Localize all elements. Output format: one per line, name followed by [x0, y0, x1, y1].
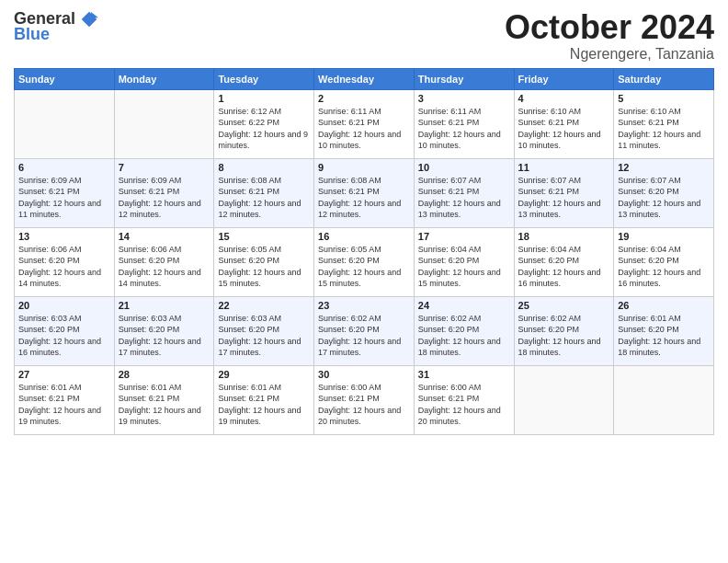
cell-w1-d2	[114, 89, 214, 158]
cell-w3-d6: 18Sunrise: 6:04 AMSunset: 6:20 PMDayligh…	[514, 227, 614, 296]
day-info: Sunrise: 6:11 AMSunset: 6:21 PMDaylight:…	[418, 107, 501, 151]
cell-w5-d7	[614, 365, 714, 434]
day-info: Sunrise: 6:02 AMSunset: 6:20 PMDaylight:…	[418, 314, 501, 358]
col-monday: Monday	[114, 68, 214, 89]
cell-w4-d2: 21Sunrise: 6:03 AMSunset: 6:20 PMDayligh…	[114, 296, 214, 365]
cell-w2-d7: 12Sunrise: 6:07 AMSunset: 6:20 PMDayligh…	[614, 158, 714, 227]
location: Ngerengere, Tanzania	[505, 46, 714, 63]
cell-w3-d4: 16Sunrise: 6:05 AMSunset: 6:20 PMDayligh…	[314, 227, 415, 296]
cell-w1-d5: 3Sunrise: 6:11 AMSunset: 6:21 PMDaylight…	[414, 89, 514, 158]
day-number: 23	[318, 300, 410, 311]
day-info: Sunrise: 6:01 AMSunset: 6:21 PMDaylight:…	[119, 383, 201, 427]
cell-w4-d1: 20Sunrise: 6:03 AMSunset: 6:20 PMDayligh…	[15, 296, 115, 365]
col-sunday: Sunday	[15, 68, 115, 89]
cell-w4-d7: 26Sunrise: 6:01 AMSunset: 6:20 PMDayligh…	[614, 296, 714, 365]
cell-w1-d3: 1Sunrise: 6:12 AMSunset: 6:22 PMDaylight…	[214, 89, 314, 158]
cell-w4-d5: 24Sunrise: 6:02 AMSunset: 6:20 PMDayligh…	[414, 296, 514, 365]
cell-w4-d4: 23Sunrise: 6:02 AMSunset: 6:20 PMDayligh…	[314, 296, 415, 365]
day-info: Sunrise: 6:06 AMSunset: 6:20 PMDaylight:…	[119, 245, 201, 289]
day-number: 18	[518, 231, 610, 242]
day-info: Sunrise: 6:07 AMSunset: 6:21 PMDaylight:…	[418, 176, 501, 220]
day-number: 20	[18, 300, 110, 311]
cell-w3-d2: 14Sunrise: 6:06 AMSunset: 6:20 PMDayligh…	[114, 227, 214, 296]
day-number: 10	[418, 162, 510, 173]
day-info: Sunrise: 6:07 AMSunset: 6:21 PMDaylight:…	[518, 176, 601, 220]
day-number: 28	[119, 369, 210, 380]
day-info: Sunrise: 6:08 AMSunset: 6:21 PMDaylight:…	[218, 176, 301, 220]
day-number: 22	[218, 300, 310, 311]
cell-w5-d5: 31Sunrise: 6:00 AMSunset: 6:21 PMDayligh…	[414, 365, 514, 434]
day-number: 17	[418, 231, 510, 242]
month-title: October 2024	[505, 9, 714, 46]
col-friday: Friday	[514, 68, 614, 89]
day-number: 13	[18, 231, 110, 242]
day-info: Sunrise: 6:06 AMSunset: 6:20 PMDaylight:…	[18, 245, 101, 289]
cell-w1-d1	[15, 89, 115, 158]
cell-w1-d4: 2Sunrise: 6:11 AMSunset: 6:21 PMDaylight…	[314, 89, 415, 158]
cell-w2-d2: 7Sunrise: 6:09 AMSunset: 6:21 PMDaylight…	[114, 158, 214, 227]
cell-w1-d7: 5Sunrise: 6:10 AMSunset: 6:21 PMDaylight…	[614, 89, 714, 158]
cell-w3-d3: 15Sunrise: 6:05 AMSunset: 6:20 PMDayligh…	[214, 227, 314, 296]
col-thursday: Thursday	[414, 68, 514, 89]
col-saturday: Saturday	[614, 68, 714, 89]
day-info: Sunrise: 6:04 AMSunset: 6:20 PMDaylight:…	[618, 245, 700, 289]
day-number: 26	[618, 300, 710, 311]
week-row-1: 1Sunrise: 6:12 AMSunset: 6:22 PMDaylight…	[15, 89, 714, 158]
cell-w4-d6: 25Sunrise: 6:02 AMSunset: 6:20 PMDayligh…	[514, 296, 614, 365]
day-number: 21	[119, 300, 210, 311]
day-info: Sunrise: 6:09 AMSunset: 6:21 PMDaylight:…	[119, 176, 201, 220]
logo: General Blue	[14, 9, 98, 44]
calendar-page: General Blue October 2024 Ngerengere, Ta…	[0, 0, 728, 563]
cell-w3-d5: 17Sunrise: 6:04 AMSunset: 6:20 PMDayligh…	[414, 227, 514, 296]
day-info: Sunrise: 6:01 AMSunset: 6:21 PMDaylight:…	[218, 383, 301, 427]
day-info: Sunrise: 6:12 AMSunset: 6:22 PMDaylight:…	[218, 107, 308, 151]
day-number: 29	[218, 369, 310, 380]
day-number: 2	[318, 93, 410, 104]
day-info: Sunrise: 6:04 AMSunset: 6:20 PMDaylight:…	[418, 245, 501, 289]
day-info: Sunrise: 6:03 AMSunset: 6:20 PMDaylight:…	[18, 314, 101, 358]
day-info: Sunrise: 6:04 AMSunset: 6:20 PMDaylight:…	[518, 245, 601, 289]
day-info: Sunrise: 6:03 AMSunset: 6:20 PMDaylight:…	[119, 314, 201, 358]
day-number: 3	[418, 93, 510, 104]
day-info: Sunrise: 6:11 AMSunset: 6:21 PMDaylight:…	[318, 107, 401, 151]
day-info: Sunrise: 6:10 AMSunset: 6:21 PMDaylight:…	[518, 107, 601, 151]
cell-w1-d6: 4Sunrise: 6:10 AMSunset: 6:21 PMDaylight…	[514, 89, 614, 158]
day-number: 1	[218, 93, 310, 104]
day-info: Sunrise: 6:01 AMSunset: 6:20 PMDaylight:…	[618, 314, 700, 358]
cell-w5-d6	[514, 365, 614, 434]
cell-w5-d4: 30Sunrise: 6:00 AMSunset: 6:21 PMDayligh…	[314, 365, 415, 434]
day-number: 16	[318, 231, 410, 242]
day-number: 31	[418, 369, 510, 380]
col-tuesday: Tuesday	[214, 68, 314, 89]
day-number: 7	[119, 162, 210, 173]
day-info: Sunrise: 6:00 AMSunset: 6:21 PMDaylight:…	[418, 383, 501, 427]
day-info: Sunrise: 6:05 AMSunset: 6:20 PMDaylight:…	[218, 245, 301, 289]
svg-marker-0	[82, 11, 97, 27]
day-number: 19	[618, 231, 710, 242]
cell-w5-d3: 29Sunrise: 6:01 AMSunset: 6:21 PMDayligh…	[214, 365, 314, 434]
day-info: Sunrise: 6:02 AMSunset: 6:20 PMDaylight:…	[318, 314, 401, 358]
calendar-table: Sunday Monday Tuesday Wednesday Thursday…	[14, 68, 714, 435]
day-number: 12	[618, 162, 710, 173]
day-number: 5	[618, 93, 710, 104]
logo-icon	[80, 10, 98, 29]
logo-blue: Blue	[14, 25, 50, 44]
cell-w2-d1: 6Sunrise: 6:09 AMSunset: 6:21 PMDaylight…	[15, 158, 115, 227]
cell-w2-d5: 10Sunrise: 6:07 AMSunset: 6:21 PMDayligh…	[414, 158, 514, 227]
header: General Blue October 2024 Ngerengere, Ta…	[14, 9, 714, 63]
day-number: 15	[218, 231, 310, 242]
title-section: October 2024 Ngerengere, Tanzania	[505, 9, 714, 63]
cell-w3-d7: 19Sunrise: 6:04 AMSunset: 6:20 PMDayligh…	[614, 227, 714, 296]
day-number: 6	[18, 162, 110, 173]
week-row-5: 27Sunrise: 6:01 AMSunset: 6:21 PMDayligh…	[15, 365, 714, 434]
day-info: Sunrise: 6:10 AMSunset: 6:21 PMDaylight:…	[618, 107, 700, 151]
week-row-4: 20Sunrise: 6:03 AMSunset: 6:20 PMDayligh…	[15, 296, 714, 365]
day-number: 27	[18, 369, 110, 380]
week-row-2: 6Sunrise: 6:09 AMSunset: 6:21 PMDaylight…	[15, 158, 714, 227]
day-info: Sunrise: 6:08 AMSunset: 6:21 PMDaylight:…	[318, 176, 401, 220]
cell-w4-d3: 22Sunrise: 6:03 AMSunset: 6:20 PMDayligh…	[214, 296, 314, 365]
cell-w3-d1: 13Sunrise: 6:06 AMSunset: 6:20 PMDayligh…	[15, 227, 115, 296]
day-info: Sunrise: 6:02 AMSunset: 6:20 PMDaylight:…	[518, 314, 601, 358]
day-info: Sunrise: 6:01 AMSunset: 6:21 PMDaylight:…	[18, 383, 101, 427]
day-info: Sunrise: 6:05 AMSunset: 6:20 PMDaylight:…	[318, 245, 401, 289]
